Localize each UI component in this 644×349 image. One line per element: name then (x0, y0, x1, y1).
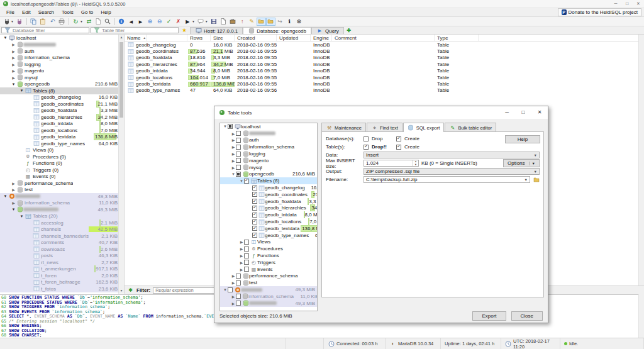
drop-tables-checkbox[interactable]: Drop!! (364, 144, 394, 150)
tree-item[interactable]: ▶▦Events (220, 266, 317, 273)
create-databases-checkbox[interactable]: Create (396, 136, 426, 141)
expander-icon[interactable]: ▼ (11, 82, 16, 86)
tree-checkbox[interactable] (236, 165, 241, 170)
tree-checkbox[interactable] (236, 274, 241, 279)
new-query-tab-button[interactable]: ✚ (344, 26, 354, 34)
stop-button[interactable]: ⊗ (294, 18, 304, 26)
expander-icon[interactable]: ▶ (231, 158, 236, 163)
tree-item[interactable]: t_foren2,0 KiB (0, 272, 124, 279)
export-tables-button[interactable] (257, 18, 266, 26)
edit-data-button[interactable]: ✎ (247, 18, 257, 26)
reconnect-button[interactable]: ⇄ (84, 18, 94, 26)
save-button[interactable] (209, 18, 219, 26)
collapse-all-button[interactable]: ⊖ (155, 18, 164, 26)
tree-item[interactable]: geodb_locations7,0 MiB (0, 127, 124, 134)
table-row[interactable]: geodb_intdata 34.944 8,0 MiB 2018-02-16 … (125, 68, 644, 74)
snippets-button[interactable] (228, 18, 238, 26)
tree-checkbox[interactable] (236, 131, 241, 136)
table-row[interactable]: geodb_type_names 47 64,0 KiB 2018-02-16 … (125, 87, 644, 94)
tree-checkbox[interactable] (236, 172, 241, 177)
tree-item[interactable]: geodb_hierarchies34,2 MiB (220, 205, 317, 212)
tree-item[interactable]: ⚙Procedures (0) (0, 153, 124, 160)
execute-sql-button[interactable]: ▶▼ (183, 18, 196, 26)
tree-item[interactable]: ▶◫Views (220, 239, 317, 246)
expander-icon[interactable]: ▼ (19, 89, 25, 92)
menu-go-to[interactable]: Go to (77, 8, 97, 16)
database-filter-input[interactable]: Database filter (1, 27, 89, 33)
tree-item[interactable]: ▶auth (0, 48, 124, 55)
column-header-name[interactable]: Name ▲ (125, 35, 187, 41)
expander-icon[interactable]: ▼ (19, 214, 25, 218)
tree-item[interactable]: channels42,5 MiB (0, 226, 124, 233)
expander-icon[interactable]: ▼ (223, 288, 228, 292)
expander-icon[interactable]: ▶ (231, 280, 236, 285)
dialog-tab-maintenance[interactable]: ⚒Maintenance (321, 123, 366, 132)
grid-filter-input[interactable] (153, 287, 222, 294)
expander-icon[interactable]: ▶ (239, 267, 244, 272)
table-row[interactable]: geodb_coordinates 87.636 21,1 MiB 2018-0… (125, 48, 644, 54)
tree-item[interactable]: ▼Tables (8) (220, 177, 317, 184)
tree-item[interactable]: ▶information_schema11,0 KiB (0, 200, 124, 207)
cancel-button[interactable]: ✗ (174, 18, 183, 26)
table-row[interactable]: geodb_changelog 0 16,0 KiB 2018-02-16 09… (125, 42, 644, 48)
info-button[interactable]: i (117, 18, 126, 26)
tree-item[interactable]: geodb_changelog16,0 KiB (220, 184, 317, 191)
data-select[interactable]: Insert▼ (364, 152, 540, 158)
expander-icon[interactable]: ▶ (231, 145, 236, 149)
paste-button[interactable] (38, 18, 48, 26)
tree-item[interactable]: ▼Tables (8) (0, 87, 124, 94)
menu-edit[interactable]: Edit (18, 8, 35, 16)
create-tables-checkbox[interactable]: Create (396, 144, 426, 150)
sql-log-scrollbar[interactable] (638, 294, 644, 338)
dialog-maximize-button[interactable]: □ (515, 106, 531, 119)
tree-item[interactable]: ▼49,3 MiB (220, 286, 317, 293)
column-header-comment[interactable]: Comment (332, 35, 435, 41)
comment-button[interactable]: ▼ (196, 18, 209, 26)
tree-item[interactable]: t_foren_beitraege162,5 KiB (0, 279, 124, 286)
tree-checkbox[interactable] (228, 287, 233, 292)
max-insert-size-stepper[interactable]: 1.024 ▲▼ (364, 160, 419, 167)
expander-icon[interactable]: ▶ (239, 253, 244, 258)
tree-item[interactable]: ▶information_schema11,0 KiB (220, 293, 317, 300)
tree-item[interactable]: ◫Views (0) (0, 147, 124, 154)
expander-icon[interactable]: ▶ (231, 152, 236, 156)
tree-item[interactable]: ▼localhost (0, 35, 124, 42)
tree-item[interactable]: ▶ƒFunctions (220, 252, 317, 259)
tree-checkbox[interactable] (252, 219, 257, 224)
tree-item[interactable]: geodb_type_names64,0 KiB (0, 140, 124, 147)
dialog-tab-sql-export[interactable]: SQL export (403, 123, 445, 132)
tree-item[interactable]: geodb_intdata8,0 MiB (220, 211, 317, 218)
parameters-button[interactable]: ℹ (285, 18, 294, 26)
tree-item[interactable]: ▶test (220, 279, 317, 286)
tree-item[interactable]: ▶⚙Procedures (220, 245, 317, 252)
options-button[interactable]: Options▼ (503, 159, 540, 167)
tree-item[interactable]: ▶logging (0, 61, 124, 68)
help-button[interactable]: Help (505, 135, 540, 143)
tree-item[interactable]: comments40,7 KiB (0, 240, 124, 247)
tree-scrollbar[interactable]: ▲ ▼ (118, 35, 124, 294)
tree-item[interactable]: ▶information_schema (220, 143, 317, 150)
tree-item[interactable]: geodb_locations7,0 MiB (220, 218, 317, 225)
tree-item[interactable]: geodb_coordinates21,1 MiB (220, 191, 317, 198)
dialog-title-bar[interactable]: Table tools ─ □ ✕ (214, 106, 548, 119)
export-results-button[interactable] (219, 18, 228, 26)
tree-item[interactable]: geodb_hierarchies34,2 MiB (0, 114, 124, 121)
tree-checkbox[interactable] (236, 294, 241, 299)
tree-item[interactable]: geodb_changelog16,0 KiB (0, 94, 124, 101)
expander-icon[interactable]: ▶ (11, 42, 16, 47)
tree-item[interactable]: ▼49,3 MiB (0, 206, 124, 213)
tree-checkbox[interactable] (252, 199, 257, 204)
reformat-button[interactable]: ↪ (275, 18, 285, 26)
tree-checkbox[interactable] (252, 226, 257, 231)
tree-item[interactable]: accesslog2,1 MiB (0, 219, 124, 226)
tree-checkbox[interactable] (252, 206, 257, 211)
tree-item[interactable]: geodb_intdata8,0 MiB (0, 121, 124, 128)
tree-item[interactable]: ▶logging (220, 150, 317, 157)
menu-search[interactable]: Search (35, 8, 58, 16)
expander-icon[interactable]: ▶ (11, 55, 16, 60)
expander-icon[interactable]: ▶ (231, 274, 236, 278)
next-result-button[interactable]: ▶ (136, 18, 145, 26)
expander-icon[interactable]: ▼ (231, 172, 236, 176)
tree-item[interactable]: ▼localhost (220, 123, 317, 130)
tree-item[interactable]: ▶information_schema (0, 55, 124, 62)
